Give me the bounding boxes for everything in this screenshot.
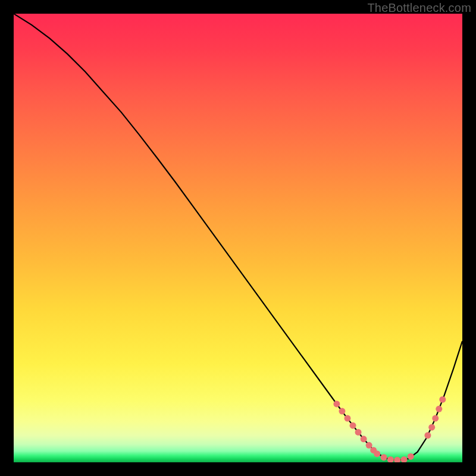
marker-dot <box>374 450 380 457</box>
marker-dot <box>350 422 356 429</box>
marker-dot <box>408 453 414 460</box>
bottleneck-curve-path <box>14 14 462 460</box>
watermark-text: TheBottleneck.com <box>367 1 471 15</box>
marker-dot <box>361 436 367 442</box>
marker-dot <box>333 400 340 407</box>
marker-dot <box>366 442 372 449</box>
marker-dot <box>428 424 435 431</box>
marker-dot <box>436 406 442 412</box>
curve-layer <box>14 14 462 462</box>
marker-dot <box>344 415 350 422</box>
marker-group <box>333 396 446 462</box>
marker-dot <box>400 456 407 462</box>
marker-dot <box>339 408 345 415</box>
marker-dot <box>424 432 431 439</box>
chart-frame: TheBottleneck.com <box>0 0 476 476</box>
marker-dot <box>355 429 362 436</box>
marker-dot <box>387 456 394 462</box>
marker-dot <box>381 454 387 461</box>
plot-area <box>14 14 462 462</box>
marker-dot <box>439 396 446 403</box>
marker-dot <box>394 457 400 462</box>
marker-dot <box>432 415 439 422</box>
